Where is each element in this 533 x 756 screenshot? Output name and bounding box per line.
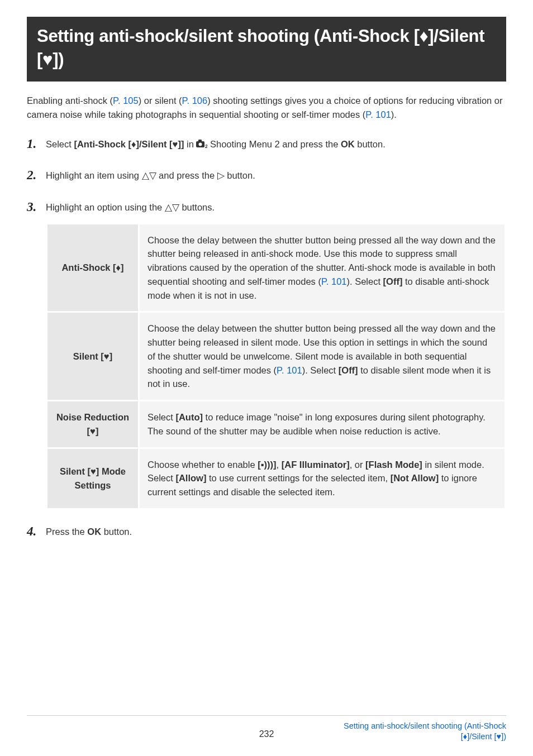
step-4-number: 4. <box>27 524 46 538</box>
row-head-silent-mode-settings: Silent [♥] Mode Settings <box>47 448 139 509</box>
footer-link-line1: Setting anti-shock/silent shooting (Anti… <box>344 721 506 730</box>
s1-t4: button. <box>355 139 386 149</box>
step-2-body: Highlight an item using △▽ and press the… <box>46 168 255 183</box>
s3-t1: Highlight an option using the <box>46 202 165 212</box>
s1-t3: Shooting Menu 2 and press the <box>207 139 341 149</box>
intro-paragraph: Enabling anti-shock (P. 105) or silent (… <box>27 94 506 122</box>
s1-t2: in <box>184 139 196 149</box>
title-text: Setting anti-shock/silent shooting (Anti… <box>37 26 484 69</box>
r2-c2: ). Select <box>302 365 339 375</box>
r4-b5: [Not Allow] <box>391 473 439 483</box>
r1-link[interactable]: P. 101 <box>321 276 347 286</box>
row-body-anti-shock: Choose the delay between the shutter but… <box>139 223 506 312</box>
step-1: 1. Select [Anti-Shock [♦]/Silent [♥]] in… <box>27 137 506 152</box>
link-p105[interactable]: P. 105 <box>113 95 139 106</box>
footer-section-link[interactable]: Setting anti-shock/silent shooting (Anti… <box>344 721 506 743</box>
s2-t2: and press the <box>156 170 217 180</box>
r4-c4: in silent mode. <box>422 460 484 470</box>
table-row: Silent [♥] Choose the delay between the … <box>47 312 506 401</box>
r4-b3: [Flash Mode] <box>365 460 422 470</box>
camera-2-icon: 2 <box>196 140 207 149</box>
r4-b1: [▪)))] <box>258 460 276 470</box>
s4-t2: button. <box>101 527 132 537</box>
right-icon: ▷ <box>217 170 225 180</box>
r4-c3: , or <box>350 460 365 470</box>
r2-b: [Off] <box>339 365 358 375</box>
step-2: 2. Highlight an item using △▽ and press … <box>27 168 506 183</box>
s1-t1: Select <box>46 139 74 149</box>
svg-rect-1 <box>198 140 202 142</box>
r1-b: [Off] <box>383 276 403 286</box>
r4-c1: Choose whether to enable <box>147 460 258 470</box>
step-2-number: 2. <box>27 168 46 182</box>
svg-point-2 <box>199 142 202 146</box>
s2-t1: Highlight an item using <box>46 170 142 180</box>
r4-b4: [Allow] <box>175 473 206 483</box>
r4-c2: , <box>277 460 282 470</box>
step-1-body: Select [Anti-Shock [♦]/Silent [♥]] in 2 … <box>46 137 386 152</box>
footer-divider <box>27 715 506 716</box>
up-down-icon-2: △▽ <box>165 202 179 212</box>
r4-c5: Select <box>147 473 175 483</box>
r3-c1: Select <box>147 412 175 422</box>
s1-b2: OK <box>341 139 355 149</box>
s4-t1: Press the <box>46 527 87 537</box>
beep-icon: ▪))) <box>261 460 273 470</box>
table-row: Silent [♥] Mode Settings Choose whether … <box>47 448 506 509</box>
r2-link[interactable]: P. 101 <box>277 365 302 375</box>
s3-t2: buttons. <box>179 202 215 212</box>
row-head-anti-shock: Anti-Shock [♦] <box>47 223 139 312</box>
link-p101[interactable]: P. 101 <box>365 109 391 119</box>
page-title: Setting anti-shock/silent shooting (Anti… <box>27 17 506 82</box>
r3-b: [Auto] <box>175 412 203 422</box>
row-body-silent-mode-settings: Choose whether to enable [▪)))], [AF Ill… <box>139 448 506 509</box>
r4-b2: [AF Illuminator] <box>282 460 350 470</box>
step-4: 4. Press the OK button. <box>27 524 506 539</box>
intro-t1: Enabling anti-shock ( <box>27 95 113 106</box>
row-head-noise-reduction: Noise Reduction [♥] <box>47 401 139 448</box>
row-head-silent: Silent [♥] <box>47 312 139 401</box>
step-3: 3. Highlight an option using the △▽ butt… <box>27 200 506 215</box>
table-row: Noise Reduction [♥] Select [Auto] to red… <box>47 401 506 448</box>
s1-b1: [Anti-Shock [♦]/Silent [♥]] <box>74 139 184 149</box>
page-number: 232 <box>259 729 274 739</box>
step-3-body: Highlight an option using the △▽ buttons… <box>46 200 215 215</box>
intro-t4: ). <box>391 109 397 119</box>
row-body-silent: Choose the delay between the shutter but… <box>139 312 506 401</box>
s4-b1: OK <box>87 527 101 537</box>
s2-t3: button. <box>225 170 255 180</box>
r4-c6: to use current settings for the selected… <box>206 473 390 483</box>
options-table: Anti-Shock [♦] Choose the delay between … <box>46 223 506 510</box>
link-p106[interactable]: P. 106 <box>182 95 208 106</box>
step-4-body: Press the OK button. <box>46 524 132 539</box>
r1-c2: ). Select <box>347 276 383 286</box>
table-row: Anti-Shock [♦] Choose the delay between … <box>47 223 506 312</box>
row-body-noise-reduction: Select [Auto] to reduce image "noise" in… <box>139 401 506 448</box>
step-3-number: 3. <box>27 200 46 214</box>
up-down-icon: △▽ <box>142 170 156 180</box>
intro-t2: ) or silent ( <box>139 95 182 106</box>
footer-link-line2: [♦]/Silent [♥]) <box>461 732 506 741</box>
step-1-number: 1. <box>27 137 46 151</box>
